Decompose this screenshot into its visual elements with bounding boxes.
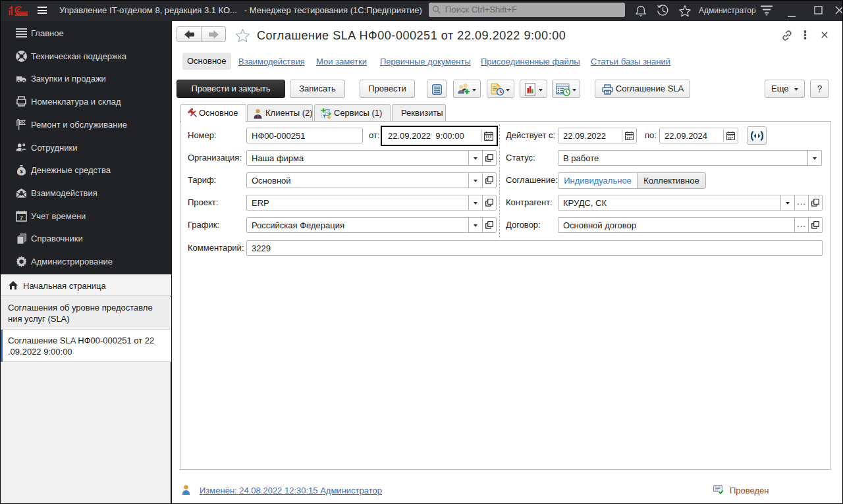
svg-text:$: $ <box>20 168 23 174</box>
svg-text:7: 7 <box>20 214 23 220</box>
